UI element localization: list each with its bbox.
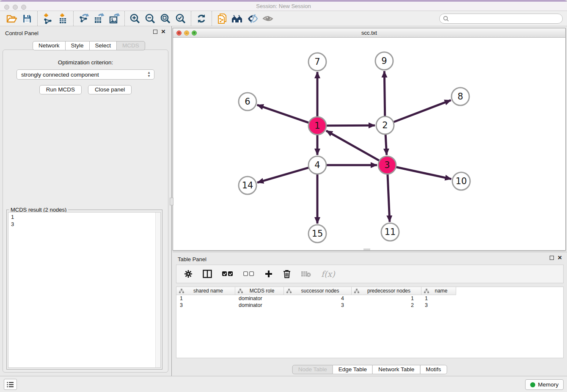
network-window-title: scc.txt bbox=[173, 30, 565, 36]
cell-successor-nodes[interactable]: 3 bbox=[284, 302, 352, 309]
column-header-shared-name[interactable]: shared name bbox=[176, 287, 235, 295]
cell-shared-name[interactable]: 1 bbox=[176, 295, 235, 302]
zoom-fit-icon[interactable] bbox=[158, 12, 173, 25]
node-label-8: 8 bbox=[457, 91, 463, 102]
column-header-predecessor-nodes[interactable]: predecessor nodes bbox=[352, 287, 421, 295]
node-label-4: 4 bbox=[314, 160, 320, 170]
control-panel-tabs: NetworkStyleSelectMCDS bbox=[33, 41, 145, 50]
delete-column-icon[interactable] bbox=[283, 270, 291, 279]
tab-network-table[interactable]: Network Table bbox=[372, 365, 420, 374]
search-input[interactable] bbox=[439, 14, 563, 24]
cell-name[interactable]: 1 bbox=[421, 295, 456, 302]
network-window-titlebar[interactable]: × − + scc.txt bbox=[173, 28, 565, 38]
close-panel-icon[interactable]: × bbox=[161, 30, 165, 34]
edge-3-10[interactable] bbox=[396, 167, 451, 179]
unselect-all-columns-icon[interactable] bbox=[243, 271, 254, 277]
float-table-panel-icon[interactable] bbox=[550, 256, 554, 260]
add-column-icon[interactable] bbox=[264, 270, 273, 278]
tab-mcds[interactable]: MCDS bbox=[116, 41, 145, 50]
column-header-MCDS-role[interactable]: MCDS role bbox=[235, 287, 284, 295]
export-network-icon[interactable] bbox=[76, 12, 91, 25]
node-label-15: 15 bbox=[312, 229, 323, 239]
memory-status-icon bbox=[530, 382, 535, 387]
network-canvas[interactable]: 1234678910111415 bbox=[173, 38, 565, 250]
table-rows: 1dominator4113dominator323 bbox=[176, 295, 563, 309]
cell-predecessor-nodes[interactable]: 1 bbox=[352, 295, 421, 302]
status-bar: Memory bbox=[0, 376, 567, 392]
mcds-result-group: MCDS result (2 nodes) 13 bbox=[6, 210, 162, 370]
cell-shared-name[interactable]: 3 bbox=[176, 302, 235, 309]
network-view-window: × − + scc.txt 1234678910111415 bbox=[173, 28, 566, 251]
panel-splitter-handle[interactable] bbox=[170, 198, 173, 205]
clone-network-icon[interactable] bbox=[215, 12, 230, 25]
node-label-14: 14 bbox=[242, 180, 253, 190]
first-neighbors-icon[interactable] bbox=[230, 12, 245, 25]
application-window: Session: New Session bbox=[0, 0, 567, 392]
function-builder-icon[interactable]: f(x) bbox=[321, 269, 335, 279]
open-session-icon[interactable] bbox=[4, 12, 19, 25]
node-label-6: 6 bbox=[245, 97, 250, 107]
edge-4-14[interactable] bbox=[257, 168, 309, 182]
edge-2-3[interactable] bbox=[385, 134, 387, 155]
column-header-successor-nodes[interactable]: successor nodes bbox=[284, 287, 352, 295]
cell-name[interactable]: 3 bbox=[421, 302, 456, 309]
edge-3-11[interactable] bbox=[388, 174, 390, 222]
optimization-criterion-label: Optimization criterion: bbox=[3, 59, 168, 66]
memory-button[interactable]: Memory bbox=[525, 379, 564, 390]
export-table-icon[interactable] bbox=[91, 12, 107, 25]
cell-MCDS-role[interactable]: dominator bbox=[235, 302, 284, 309]
edge-2-9[interactable] bbox=[384, 71, 385, 116]
task-history-button[interactable] bbox=[4, 379, 17, 390]
hide-selected-icon[interactable] bbox=[245, 12, 260, 25]
network-graph[interactable]: 1234678910111415 bbox=[173, 38, 565, 250]
run-mcds-button[interactable]: Run MCDS bbox=[39, 85, 82, 94]
table-row[interactable]: 3dominator323 bbox=[176, 302, 563, 309]
export-image-icon[interactable] bbox=[107, 12, 122, 25]
node-label-10: 10 bbox=[456, 176, 467, 186]
zoom-in-icon[interactable] bbox=[127, 12, 143, 25]
show-all-icon[interactable] bbox=[260, 12, 275, 25]
split-table-icon[interactable] bbox=[203, 270, 212, 278]
tab-style[interactable]: Style bbox=[65, 41, 90, 50]
delete-table-icon[interactable] bbox=[301, 271, 311, 277]
import-table-icon[interactable] bbox=[55, 12, 71, 25]
edge-1-6[interactable] bbox=[257, 105, 309, 123]
mcds-tab-content: Optimization criterion: strongly connect… bbox=[3, 50, 168, 373]
import-network-icon[interactable] bbox=[40, 12, 55, 25]
edge-3-1[interactable] bbox=[326, 131, 380, 161]
toolbar-separator bbox=[212, 11, 212, 26]
cell-successor-nodes[interactable]: 4 bbox=[284, 295, 352, 302]
tab-node-table[interactable]: Node Table bbox=[292, 365, 333, 374]
edge-1-2[interactable] bbox=[326, 125, 375, 126]
save-session-icon[interactable] bbox=[19, 12, 35, 25]
edge-2-8[interactable] bbox=[394, 100, 451, 122]
zoom-out-icon[interactable] bbox=[143, 12, 158, 25]
select-all-columns-icon[interactable] bbox=[222, 271, 233, 277]
table-panel-tabs: Node TableEdge TableNetwork TableMotifs bbox=[293, 365, 447, 374]
app-title: Session: New Session bbox=[0, 3, 567, 9]
zoom-selected-icon[interactable] bbox=[173, 12, 188, 25]
tab-edge-table[interactable]: Edge Table bbox=[333, 365, 373, 374]
tab-motifs[interactable]: Motifs bbox=[420, 365, 447, 374]
column-header-name[interactable]: name bbox=[421, 287, 456, 295]
close-table-panel-icon[interactable]: × bbox=[558, 256, 562, 260]
tab-network[interactable]: Network bbox=[33, 41, 66, 50]
close-panel-button[interactable]: Close panel bbox=[88, 85, 132, 94]
tab-select[interactable]: Select bbox=[89, 41, 117, 50]
toolbar-separator bbox=[124, 11, 125, 26]
canvas-scroll-grip[interactable] bbox=[363, 248, 370, 250]
table-row[interactable]: 1dominator411 bbox=[176, 295, 563, 302]
float-panel-icon[interactable] bbox=[153, 30, 157, 34]
table-toolbar: f(x) bbox=[176, 265, 564, 283]
select-stepper-icon: ▲▼ bbox=[147, 71, 151, 78]
node-label-3: 3 bbox=[384, 160, 390, 170]
cell-predecessor-nodes[interactable]: 2 bbox=[352, 302, 421, 309]
cell-MCDS-role[interactable]: dominator bbox=[235, 295, 284, 302]
result-scrollbar[interactable] bbox=[155, 213, 160, 367]
table-settings-icon[interactable] bbox=[184, 270, 193, 278]
refresh-icon[interactable] bbox=[194, 12, 209, 25]
criterion-select[interactable]: strongly connected component ▲▼ bbox=[17, 69, 154, 80]
node-label-7: 7 bbox=[314, 57, 320, 67]
control-panel-title: Control Panel bbox=[5, 30, 39, 36]
mcds-result-list[interactable]: 13 bbox=[8, 212, 161, 368]
